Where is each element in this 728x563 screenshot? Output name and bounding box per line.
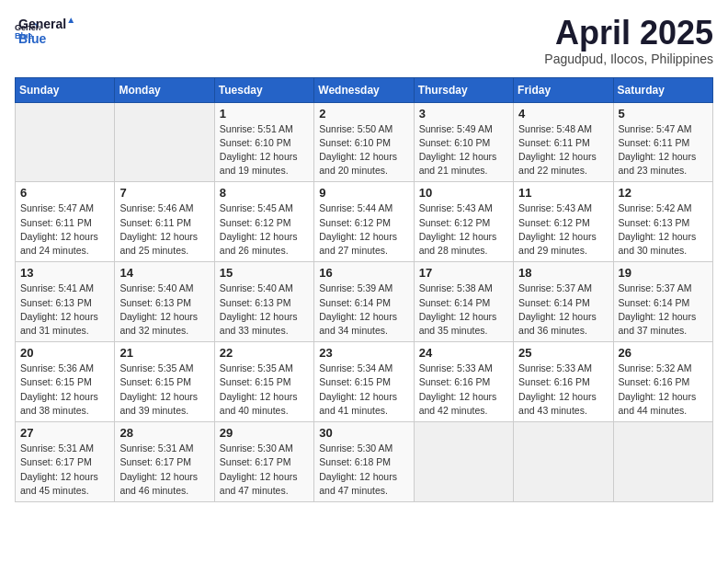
day-info: Sunrise: 5:49 AM Sunset: 6:10 PM Dayligh… — [419, 122, 508, 178]
day-number: 30 — [319, 426, 408, 440]
calendar-cell: 10Sunrise: 5:43 AM Sunset: 6:12 PM Dayli… — [414, 182, 513, 262]
logo: General Blue General Blue General▲ Blue — [15, 15, 75, 47]
day-info: Sunrise: 5:47 AM Sunset: 6:11 PM Dayligh… — [619, 122, 708, 178]
day-number: 23 — [319, 346, 408, 360]
day-info: Sunrise: 5:48 AM Sunset: 6:11 PM Dayligh… — [518, 122, 608, 178]
calendar-cell — [613, 422, 712, 502]
day-info: Sunrise: 5:31 AM Sunset: 6:17 PM Dayligh… — [20, 442, 109, 498]
day-info: Sunrise: 5:43 AM Sunset: 6:12 PM Dayligh… — [518, 201, 608, 258]
day-number: 16 — [319, 266, 408, 280]
calendar-cell: 20Sunrise: 5:36 AM Sunset: 6:15 PM Dayli… — [16, 342, 115, 422]
day-number: 12 — [619, 186, 708, 200]
day-number: 18 — [518, 266, 608, 280]
calendar-week-1: 6Sunrise: 5:47 AM Sunset: 6:11 PM Daylig… — [16, 182, 713, 262]
calendar-cell: 30Sunrise: 5:30 AM Sunset: 6:18 PM Dayli… — [314, 422, 414, 502]
calendar-cell — [16, 102, 115, 182]
calendar-cell: 16Sunrise: 5:39 AM Sunset: 6:14 PM Dayli… — [314, 262, 414, 342]
day-number: 4 — [518, 107, 608, 121]
day-info: Sunrise: 5:50 AM Sunset: 6:10 PM Dayligh… — [319, 122, 408, 178]
day-info: Sunrise: 5:32 AM Sunset: 6:16 PM Dayligh… — [619, 362, 708, 418]
day-info: Sunrise: 5:40 AM Sunset: 6:13 PM Dayligh… — [220, 282, 309, 338]
calendar-table: SundayMondayTuesdayWednesdayThursdayFrid… — [15, 77, 713, 502]
day-number: 21 — [119, 346, 209, 360]
day-info: Sunrise: 5:35 AM Sunset: 6:15 PM Dayligh… — [119, 362, 209, 418]
day-number: 3 — [419, 107, 508, 121]
day-info: Sunrise: 5:31 AM Sunset: 6:17 PM Dayligh… — [119, 442, 209, 498]
calendar-cell — [115, 102, 214, 182]
day-info: Sunrise: 5:42 AM Sunset: 6:13 PM Dayligh… — [619, 201, 708, 258]
calendar-cell: 1Sunrise: 5:51 AM Sunset: 6:10 PM Daylig… — [214, 102, 313, 182]
day-info: Sunrise: 5:45 AM Sunset: 6:12 PM Dayligh… — [220, 201, 309, 258]
calendar-cell: 11Sunrise: 5:43 AM Sunset: 6:12 PM Dayli… — [514, 182, 613, 262]
calendar-cell: 7Sunrise: 5:46 AM Sunset: 6:11 PM Daylig… — [115, 182, 214, 262]
day-number: 8 — [220, 186, 309, 200]
calendar-week-4: 27Sunrise: 5:31 AM Sunset: 6:17 PM Dayli… — [16, 422, 713, 502]
day-info: Sunrise: 5:36 AM Sunset: 6:15 PM Dayligh… — [20, 362, 109, 418]
day-number: 22 — [220, 346, 309, 360]
main-title: April 2025 — [544, 15, 713, 52]
calendar-cell: 29Sunrise: 5:30 AM Sunset: 6:17 PM Dayli… — [214, 422, 313, 502]
calendar-cell: 23Sunrise: 5:34 AM Sunset: 6:15 PM Dayli… — [314, 342, 414, 422]
day-info: Sunrise: 5:37 AM Sunset: 6:14 PM Dayligh… — [518, 282, 608, 338]
day-info: Sunrise: 5:30 AM Sunset: 6:17 PM Dayligh… — [220, 442, 309, 498]
day-info: Sunrise: 5:34 AM Sunset: 6:15 PM Dayligh… — [319, 362, 408, 418]
day-number: 11 — [518, 186, 608, 200]
calendar-cell: 12Sunrise: 5:42 AM Sunset: 6:13 PM Dayli… — [613, 182, 712, 262]
calendar-cell: 27Sunrise: 5:31 AM Sunset: 6:17 PM Dayli… — [16, 422, 115, 502]
day-number: 15 — [220, 266, 309, 280]
day-info: Sunrise: 5:47 AM Sunset: 6:11 PM Dayligh… — [20, 201, 109, 258]
calendar-cell: 8Sunrise: 5:45 AM Sunset: 6:12 PM Daylig… — [214, 182, 313, 262]
calendar-cell: 22Sunrise: 5:35 AM Sunset: 6:15 PM Dayli… — [214, 342, 313, 422]
col-header-sunday: Sunday — [16, 77, 115, 102]
calendar-cell: 21Sunrise: 5:35 AM Sunset: 6:15 PM Dayli… — [115, 342, 214, 422]
calendar-cell: 18Sunrise: 5:37 AM Sunset: 6:14 PM Dayli… — [514, 262, 613, 342]
calendar-cell: 15Sunrise: 5:40 AM Sunset: 6:13 PM Dayli… — [214, 262, 313, 342]
calendar-cell: 25Sunrise: 5:33 AM Sunset: 6:16 PM Dayli… — [514, 342, 613, 422]
day-number: 2 — [319, 107, 408, 121]
day-number: 25 — [518, 346, 608, 360]
day-number: 10 — [419, 186, 508, 200]
col-header-monday: Monday — [115, 77, 214, 102]
day-number: 26 — [619, 346, 708, 360]
day-number: 24 — [419, 346, 508, 360]
col-header-thursday: Thursday — [414, 77, 513, 102]
calendar-cell: 9Sunrise: 5:44 AM Sunset: 6:12 PM Daylig… — [314, 182, 414, 262]
day-number: 6 — [20, 186, 109, 200]
calendar-cell: 13Sunrise: 5:41 AM Sunset: 6:13 PM Dayli… — [16, 262, 115, 342]
calendar-cell: 2Sunrise: 5:50 AM Sunset: 6:10 PM Daylig… — [314, 102, 414, 182]
day-info: Sunrise: 5:44 AM Sunset: 6:12 PM Dayligh… — [319, 201, 408, 258]
calendar-cell: 19Sunrise: 5:37 AM Sunset: 6:14 PM Dayli… — [613, 262, 712, 342]
calendar-header: SundayMondayTuesdayWednesdayThursdayFrid… — [16, 77, 713, 102]
day-number: 13 — [20, 266, 109, 280]
day-info: Sunrise: 5:38 AM Sunset: 6:14 PM Dayligh… — [419, 282, 508, 338]
day-info: Sunrise: 5:33 AM Sunset: 6:16 PM Dayligh… — [419, 362, 508, 418]
day-number: 17 — [419, 266, 508, 280]
day-info: Sunrise: 5:40 AM Sunset: 6:13 PM Dayligh… — [119, 282, 209, 338]
day-info: Sunrise: 5:51 AM Sunset: 6:10 PM Dayligh… — [220, 122, 309, 178]
day-number: 7 — [119, 186, 209, 200]
day-number: 5 — [619, 107, 708, 121]
day-number: 28 — [119, 426, 209, 440]
calendar-cell: 26Sunrise: 5:32 AM Sunset: 6:16 PM Dayli… — [613, 342, 712, 422]
calendar-cell: 14Sunrise: 5:40 AM Sunset: 6:13 PM Dayli… — [115, 262, 214, 342]
calendar-cell: 24Sunrise: 5:33 AM Sunset: 6:16 PM Dayli… — [414, 342, 513, 422]
day-info: Sunrise: 5:46 AM Sunset: 6:11 PM Dayligh… — [119, 201, 209, 258]
calendar-cell: 4Sunrise: 5:48 AM Sunset: 6:11 PM Daylig… — [514, 102, 613, 182]
day-info: Sunrise: 5:33 AM Sunset: 6:16 PM Dayligh… — [518, 362, 608, 418]
calendar-week-3: 20Sunrise: 5:36 AM Sunset: 6:15 PM Dayli… — [16, 342, 713, 422]
day-number: 27 — [20, 426, 109, 440]
calendar-cell: 6Sunrise: 5:47 AM Sunset: 6:11 PM Daylig… — [16, 182, 115, 262]
day-info: Sunrise: 5:30 AM Sunset: 6:18 PM Dayligh… — [319, 442, 408, 498]
calendar-cell — [514, 422, 613, 502]
day-info: Sunrise: 5:39 AM Sunset: 6:14 PM Dayligh… — [319, 282, 408, 338]
calendar-cell: 28Sunrise: 5:31 AM Sunset: 6:17 PM Dayli… — [115, 422, 214, 502]
day-info: Sunrise: 5:43 AM Sunset: 6:12 PM Dayligh… — [419, 201, 508, 258]
day-number: 14 — [119, 266, 209, 280]
col-header-tuesday: Tuesday — [214, 77, 313, 102]
calendar-week-0: 1Sunrise: 5:51 AM Sunset: 6:10 PM Daylig… — [16, 102, 713, 182]
calendar-cell — [414, 422, 513, 502]
day-info: Sunrise: 5:35 AM Sunset: 6:15 PM Dayligh… — [220, 362, 309, 418]
calendar-body: 1Sunrise: 5:51 AM Sunset: 6:10 PM Daylig… — [16, 102, 713, 501]
col-header-saturday: Saturday — [613, 77, 712, 102]
subtitle: Pagudpud, Ilocos, Philippines — [544, 52, 713, 66]
